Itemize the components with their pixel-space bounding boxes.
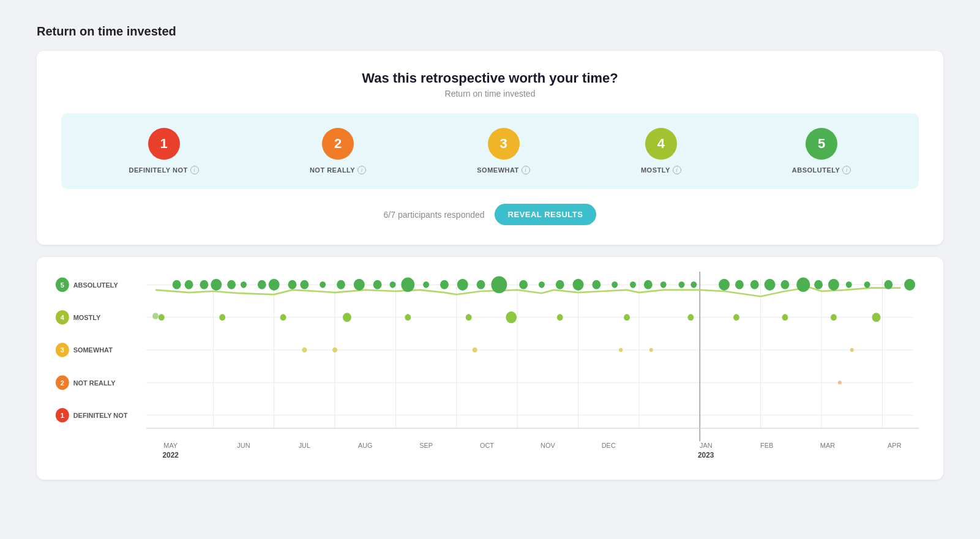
svg-text:MAR: MAR <box>820 442 835 449</box>
svg-text:3: 3 <box>61 346 64 354</box>
svg-point-40 <box>269 279 280 291</box>
svg-text:JUN: JUN <box>237 442 250 449</box>
option-label-4: MOSTLYi <box>641 166 681 174</box>
svg-point-88 <box>782 314 788 321</box>
option-item-4[interactable]: 4MOSTLYi <box>641 128 681 174</box>
svg-text:NOV: NOV <box>540 442 555 449</box>
svg-text:NOT REALLY: NOT REALLY <box>73 379 116 386</box>
option-badge-3: 3 <box>488 128 520 160</box>
svg-text:ABSOLUTELY: ABSOLUTELY <box>73 281 118 288</box>
svg-text:OCT: OCT <box>480 442 494 449</box>
svg-point-53 <box>491 276 507 293</box>
svg-text:SOMEWHAT: SOMEWHAT <box>73 346 113 354</box>
option-label-1: DEFINITELY NOTi <box>129 166 199 174</box>
svg-point-96 <box>850 348 854 352</box>
option-label-2: NOT REALLYi <box>310 166 366 174</box>
option-badge-1: 1 <box>148 128 180 160</box>
svg-text:1: 1 <box>61 412 64 419</box>
svg-point-47 <box>390 281 396 288</box>
svg-text:APR: APR <box>888 442 901 449</box>
svg-text:AUG: AUG <box>358 442 373 449</box>
option-badge-2: 2 <box>322 128 354 160</box>
svg-point-33 <box>173 280 181 289</box>
svg-point-57 <box>573 279 584 291</box>
option-label-3: SOMEWHATi <box>477 166 530 174</box>
svg-point-80 <box>343 313 351 322</box>
svg-point-36 <box>211 279 222 291</box>
svg-point-83 <box>506 311 517 323</box>
svg-point-78 <box>219 314 225 321</box>
svg-point-90 <box>872 313 881 322</box>
svg-text:JAN: JAN <box>700 442 713 449</box>
option-item-1[interactable]: 1DEFINITELY NOTi <box>129 128 199 174</box>
svg-point-54 <box>519 280 528 289</box>
svg-point-35 <box>200 280 208 289</box>
svg-point-58 <box>592 280 600 289</box>
svg-point-89 <box>831 314 837 321</box>
option-item-5[interactable]: 5ABSOLUTELYi <box>792 128 851 174</box>
svg-point-38 <box>241 281 247 288</box>
svg-point-44 <box>337 280 345 289</box>
svg-point-81 <box>405 314 411 321</box>
svg-point-61 <box>644 280 653 289</box>
svg-point-48 <box>401 278 414 292</box>
svg-point-32 <box>152 313 159 319</box>
chart-container: 5 ABSOLUTELY 4 MOSTLY 3 SOMEWHAT 2 NOT R… <box>49 272 925 467</box>
svg-point-95 <box>649 348 653 352</box>
option-label-5: ABSOLUTELYi <box>792 166 851 174</box>
svg-point-59 <box>612 281 618 288</box>
svg-point-72 <box>828 279 839 291</box>
svg-point-66 <box>735 280 744 289</box>
svg-text:2023: 2023 <box>698 451 714 459</box>
svg-point-34 <box>185 280 193 289</box>
svg-point-97 <box>838 381 842 384</box>
svg-point-42 <box>300 280 309 289</box>
svg-point-74 <box>864 281 870 288</box>
svg-text:DEC: DEC <box>602 442 616 449</box>
svg-point-69 <box>780 280 789 289</box>
svg-text:2022: 2022 <box>162 451 179 459</box>
svg-point-64 <box>690 281 697 288</box>
svg-point-62 <box>660 281 667 288</box>
svg-point-82 <box>466 314 472 321</box>
svg-point-94 <box>619 348 623 352</box>
svg-point-65 <box>719 279 730 291</box>
svg-point-60 <box>630 281 636 288</box>
svg-point-56 <box>556 280 564 289</box>
chart-svg: 5 ABSOLUTELY 4 MOSTLY 3 SOMEWHAT 2 NOT R… <box>49 272 925 467</box>
page-title: Return on time invested <box>37 24 943 39</box>
svg-point-93 <box>473 348 477 353</box>
svg-text:SEP: SEP <box>419 442 433 449</box>
chart-card: 5 ABSOLUTELY 4 MOSTLY 3 SOMEWHAT 2 NOT R… <box>37 257 943 480</box>
svg-point-49 <box>423 281 429 288</box>
reveal-results-button[interactable]: REVEAL RESULTS <box>495 204 597 225</box>
svg-point-41 <box>288 280 297 289</box>
svg-point-50 <box>440 280 449 289</box>
svg-text:JUL: JUL <box>299 442 310 449</box>
svg-point-67 <box>750 280 759 289</box>
svg-text:MAY: MAY <box>163 442 178 449</box>
svg-point-70 <box>796 278 810 292</box>
svg-point-45 <box>354 279 365 291</box>
svg-point-76 <box>904 279 915 291</box>
svg-point-39 <box>258 280 266 289</box>
svg-point-63 <box>679 281 685 288</box>
option-item-2[interactable]: 2NOT REALLYi <box>310 128 366 174</box>
svg-point-43 <box>320 281 326 288</box>
svg-text:5: 5 <box>61 281 64 288</box>
svg-point-51 <box>457 279 468 291</box>
svg-point-77 <box>159 314 165 321</box>
svg-point-68 <box>765 279 776 291</box>
option-item-3[interactable]: 3SOMEWHATi <box>477 128 530 174</box>
svg-point-71 <box>814 280 823 289</box>
svg-text:FEB: FEB <box>760 442 773 449</box>
options-row: 1DEFINITELY NOTi2NOT REALLYi3SOMEWHATi4M… <box>61 113 919 189</box>
svg-point-73 <box>846 281 852 288</box>
svg-text:2: 2 <box>61 379 64 386</box>
svg-point-91 <box>302 348 307 353</box>
svg-point-55 <box>539 281 545 288</box>
svg-point-87 <box>733 314 739 321</box>
question-subtitle: Return on time invested <box>61 89 919 99</box>
svg-point-46 <box>373 280 382 289</box>
svg-point-84 <box>557 314 563 321</box>
